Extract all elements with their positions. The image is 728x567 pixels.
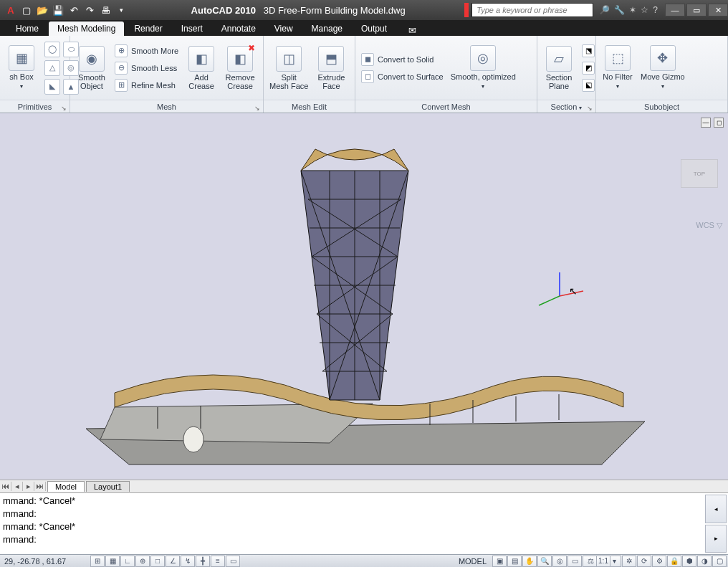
tab-model[interactable]: Model [47,481,85,492]
help-icon[interactable]: ? [653,5,658,15]
model-viewport[interactable]: — ◻ TOP WCS ▽ ↖ [0,113,728,480]
mail-icon[interactable]: ✉ [404,25,421,36]
steering-wheel-icon[interactable]: ◎ [552,556,567,567]
smooth-less-button[interactable]: ⊖Smooth Less [115,62,178,75]
live-section-icon[interactable]: ◩ [582,62,595,75]
isolate-objects-icon[interactable]: ◑ [697,556,712,567]
tab-prev-icon[interactable]: ◂ [11,482,23,491]
tab-last-icon[interactable]: ⏭ [34,482,46,491]
snap-icon[interactable]: ⊞ [90,556,105,567]
generate-section-icon[interactable]: ⬕ [582,79,595,92]
add-crease-label: Add Crease [188,73,214,90]
remove-crease-button[interactable]: ◧✖ Remove Crease [224,46,256,90]
vp-minimize-icon[interactable]: — [701,118,711,128]
refine-mesh-button[interactable]: ⊞Refine Mesh [115,79,178,92]
wedge-icon[interactable]: ◣ [44,79,60,95]
convert-to-solid-button[interactable]: ◼Convert to Solid [361,53,444,66]
section-jog-icon[interactable]: ⬔ [582,44,595,57]
search-input[interactable] [471,3,593,17]
vp-maximize-icon[interactable]: ◻ [714,118,724,128]
cone-icon[interactable]: △ [44,60,60,76]
sphere-icon[interactable]: ◯ [44,42,60,57]
binoculars-icon[interactable]: 🔎 [599,5,610,15]
workspace-icon[interactable]: ⚙ [652,556,666,567]
ribbon-tabs: Home Mesh Modeling Render Insert Annotat… [0,20,728,36]
save-icon[interactable]: 💾 [52,4,64,16]
ducs-icon[interactable]: ↯ [181,556,195,567]
redo-icon[interactable]: ↷ [83,4,96,16]
smooth-object-icon: ◉ [79,46,105,72]
app-menu-icon[interactable]: A [4,4,17,16]
tab-layout1[interactable]: Layout1 [86,481,130,492]
space-label[interactable]: MODEL [453,557,492,566]
quickview-drawings-icon[interactable]: ▤ [507,556,522,567]
convert-to-surface-button[interactable]: ◻Convert to Surface [361,70,444,83]
hardware-accel-icon[interactable]: ⬢ [682,556,696,567]
maximize-button[interactable]: ▭ [686,4,707,16]
section-plane-button[interactable]: ▱ Section Plane [543,46,575,90]
tab-first-icon[interactable]: ⏮ [0,482,11,491]
viewcube[interactable]: TOP [681,159,718,188]
zoom-icon[interactable]: 🔍 [537,556,552,567]
command-line-area[interactable]: mmand: *Cancel* mmand: mmand: *Cancel* m… [0,492,728,554]
smooth-more-button[interactable]: ⊕Smooth More [115,44,178,57]
add-crease-button[interactable]: ◧ Add Crease [186,46,217,90]
close-button[interactable]: ✕ [708,4,728,16]
annotation-scale-button[interactable]: ⚖ 1:1 ▾ [583,556,621,567]
wcs-label[interactable]: WCS ▽ [696,221,722,230]
tab-output[interactable]: Output [353,22,396,36]
tab-insert[interactable]: Insert [173,22,211,36]
minimize-button[interactable]: — [665,4,685,16]
quickview-layouts-icon[interactable]: ▣ [492,556,507,567]
mesh-box-button[interactable]: ▦ sh Box ▾ [6,45,37,91]
status-right-toggles: ▣ ▤ ✋ 🔍 ◎ ▭ ⚖ 1:1 ▾ ✲ ⟳ ⚙ 🔒 ⬢ ◑ ▢ [492,556,727,567]
ribbon-group-primitives: ▦ sh Box ▾ ◯ ⬭ △ ◎ ◣ ▲ Primitives↘ [0,36,70,113]
annotation-visibility-icon[interactable]: ✲ [622,556,636,567]
infocenter-icons: 🔎 🔧 ✶ ☆ ? [593,5,664,15]
toolbar-lock-icon[interactable]: 🔒 [667,556,681,567]
scroll-left-icon[interactable]: ◂ [705,495,727,523]
lwt-icon[interactable]: ≡ [211,556,225,567]
qp-icon[interactable]: ▭ [226,556,240,567]
smooth-optimized-button[interactable]: ◎ Smooth, optimized ▾ [451,45,516,91]
move-gizmo-button[interactable]: ✥ Move Gizmo ▾ [641,45,685,91]
tab-mesh-modeling[interactable]: Mesh Modeling [49,22,124,36]
grid-icon[interactable]: ▦ [105,556,120,567]
osnap-icon[interactable]: □ [150,556,165,567]
pan-icon[interactable]: ✋ [522,556,537,567]
window-title: AutoCAD 2010 3D Free-Form Building Model… [132,5,464,16]
split-label: Split Mesh Face [269,73,308,90]
command-line: mmand: [3,508,725,520]
extrude-face-button[interactable]: ⬒ Extrude Face [315,46,347,90]
plot-icon[interactable]: 🖶 [99,4,112,16]
no-filter-button[interactable]: ⬚ No Filter ▾ [602,45,633,91]
open-icon[interactable]: 📂 [36,4,49,16]
annotation-autoscale-icon[interactable]: ⟳ [637,556,651,567]
comm-icon[interactable]: ✶ [629,5,636,15]
split-icon: ◫ [276,46,302,72]
key-icon[interactable]: 🔧 [614,5,625,15]
new-icon[interactable]: ▢ [20,4,33,16]
undo-icon[interactable]: ↶ [67,4,80,16]
tab-manage[interactable]: Manage [303,22,351,36]
dyn-icon[interactable]: ╋ [196,556,210,567]
tab-next-icon[interactable]: ▸ [23,482,34,491]
tab-view[interactable]: View [266,22,302,36]
viewport-window-controls: — ◻ [701,118,724,128]
polar-icon[interactable]: ⊕ [135,556,150,567]
smooth-object-button[interactable]: ◉ Smooth Object [76,46,107,90]
file-name: 3D Free-Form Building Model.dwg [264,5,406,16]
otrack-icon[interactable]: ∠ [166,556,180,567]
star-icon[interactable]: ☆ [641,5,648,15]
clean-screen-icon[interactable]: ▢ [712,556,727,567]
ortho-icon[interactable]: ∟ [120,556,135,567]
qat-more-icon[interactable]: ▾ [115,4,128,16]
tab-home[interactable]: Home [7,22,47,36]
scroll-right-icon[interactable]: ▸ [705,525,727,553]
showmotion-icon[interactable]: ▭ [567,556,582,567]
tab-annotate[interactable]: Annotate [213,22,264,36]
refine-mesh-icon: ⊞ [115,79,128,92]
split-mesh-face-button[interactable]: ◫ Split Mesh Face [269,46,308,90]
ribbon-group-convert: ◼Convert to Solid ◻Convert to Surface ◎ … [355,36,537,113]
tab-render[interactable]: Render [125,22,171,36]
